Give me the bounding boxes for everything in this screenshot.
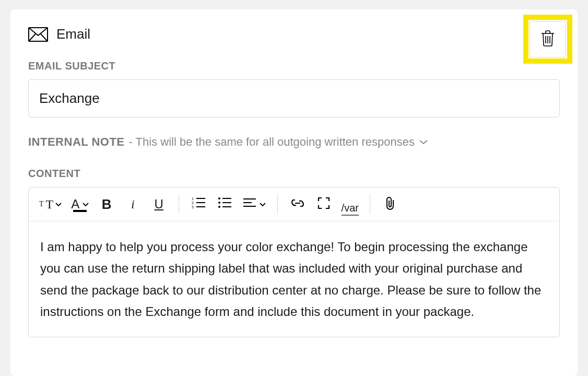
editor-body[interactable]: I am happy to help you process your colo… [29,221,559,337]
delete-highlight-box [523,15,572,64]
chevron-down-icon [83,199,89,209]
internal-note-desc: - This will be the same for all outgoing… [129,135,415,149]
font-size-button[interactable]: T T [35,193,66,216]
svg-point-7 [218,197,220,199]
small-t-icon: T [39,200,44,208]
internal-note-label: INTERNAL NOTE [28,135,125,149]
content-label: CONTENT [28,168,560,180]
snippet-icon [317,196,331,212]
chevron-down-icon [55,199,62,209]
variable-button[interactable]: /var [337,193,362,216]
ordered-list-button[interactable]: 1 2 3 [186,193,211,216]
font-color-button[interactable]: A [67,193,93,216]
bold-button[interactable]: B [94,193,119,216]
svg-text:1: 1 [192,197,194,201]
ordered-list-icon: 1 2 3 [192,196,206,212]
large-t-icon: T [46,197,54,212]
svg-text:3: 3 [192,205,194,209]
snippet-button[interactable] [311,193,336,216]
svg-point-8 [218,202,220,204]
link-icon [290,198,305,210]
internal-note-toggle[interactable]: INTERNAL NOTE - This will be the same fo… [28,135,560,149]
editor-toolbar: T T A B i U [29,187,559,221]
link-button[interactable] [285,193,310,216]
card-title: Email [56,26,90,42]
card-header: Email [28,26,560,42]
toolbar-separator [370,194,370,214]
svg-point-9 [218,206,220,208]
variable-label: /var [342,202,359,216]
color-swatch-bar [73,210,87,212]
underline-button[interactable]: U [146,193,171,216]
paperclip-icon [384,196,396,213]
font-color-a-icon: A [71,198,79,210]
svg-text:2: 2 [192,201,194,205]
attachment-button[interactable] [378,193,403,216]
italic-button[interactable]: i [120,193,145,216]
email-card: Email EMAIL SUBJECT INTERNAL NOTE - This… [10,9,578,376]
subject-label: EMAIL SUBJECT [28,60,560,72]
mail-icon [28,27,48,42]
trash-icon [540,29,556,49]
subject-input[interactable] [28,79,560,118]
chevron-down-icon [260,199,266,209]
alignment-button[interactable] [239,193,270,216]
delete-button[interactable] [530,21,566,57]
unordered-list-icon [218,196,232,212]
toolbar-separator [277,194,278,214]
content-editor: T T A B i U [28,187,560,337]
toolbar-separator [179,194,179,214]
align-icon [243,197,256,211]
unordered-list-button[interactable] [213,193,238,216]
chevron-down-icon [419,139,428,145]
